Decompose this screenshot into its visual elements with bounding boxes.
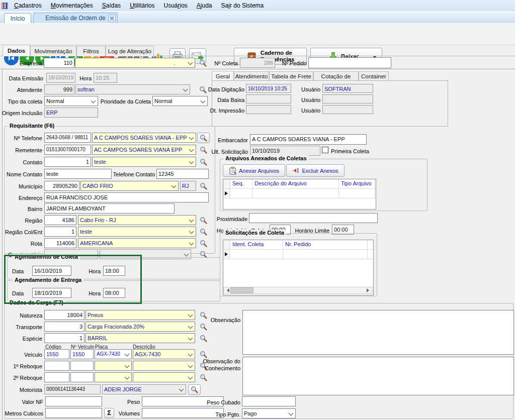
agend-coleta-hora-field[interactable]: 18:00 [103, 266, 125, 276]
agend-coleta-data-field[interactable]: 16/10/2019 [32, 266, 71, 276]
valor-nf-field[interactable] [45, 396, 102, 406]
scrollbar-thumb[interactable] [230, 287, 253, 293]
contato-code-field[interactable]: 1 [44, 157, 91, 167]
reboque2-descricao-combo[interactable] [133, 372, 195, 382]
nome-contato-field[interactable]: teste [44, 169, 112, 179]
natureza-code-field[interactable]: 18004 [44, 310, 84, 320]
municipio-code-field[interactable]: 28905290 [44, 181, 79, 191]
endereco-label: Endereço [0, 193, 42, 202]
endereco-field[interactable]: RUA FRANCISCO JOSE [44, 192, 209, 202]
motorista-search-button[interactable] [188, 384, 201, 395]
scroll-right-icon[interactable] [366, 287, 372, 293]
menu-item-utilitarios[interactable]: Utilitários [125, 0, 159, 11]
telefone-nome-combo[interactable]: A C CAMPOS SOARES VIANA - EPP [92, 133, 196, 143]
empresa-name-combo[interactable]: . [75, 58, 195, 68]
agend-entrega-data-field[interactable]: 18/10/2019 [32, 288, 71, 298]
menu-item-saidas[interactable]: Saídas [98, 0, 125, 11]
municipio-nome-combo[interactable]: CABO FRIO [80, 181, 179, 191]
primeira-coleta-checkbox[interactable] [322, 147, 328, 153]
form-tab-dados[interactable]: Dados [3, 45, 30, 56]
rota-nome-combo[interactable]: AMERICANA [78, 238, 196, 248]
especie-search-icon[interactable] [198, 333, 209, 344]
reboque1-codigo-field[interactable] [44, 361, 69, 371]
metros-cubicos-field[interactable] [45, 408, 102, 418]
horizontal-scrollbar[interactable] [223, 287, 373, 294]
reboque1-placa-combo[interactable] [95, 361, 132, 371]
tipo-coleta-combo[interactable]: Normal [44, 96, 98, 106]
veiculo-placa-combo[interactable]: AGX-7430 [95, 349, 132, 359]
excluir-anexos-button[interactable]: Excluir Anexos [286, 164, 345, 177]
remetente-nome-combo[interactable]: AC CAMPOS SOARES VIANA EPP [92, 145, 196, 155]
telefone-field[interactable]: 2643-0568 / 98811 [44, 133, 91, 143]
geral-tab-cotacao-frete[interactable]: Cotação de Frete [313, 71, 359, 81]
npedido-field[interactable] [308, 57, 391, 68]
prioridade-combo[interactable]: Normal [152, 96, 208, 106]
geral-tab-geral[interactable]: Geral [212, 71, 234, 81]
especie-combo[interactable]: BARRIL [85, 333, 195, 343]
menu-item-movimentacoes[interactable]: Movimentações [46, 0, 98, 11]
regiao-colent-search-icon[interactable] [198, 227, 209, 237]
sum-button[interactable]: Σ [104, 408, 114, 418]
rota-search-icon[interactable] [198, 238, 209, 249]
rota-code-field[interactable]: 114006 [44, 238, 76, 248]
close-tab-icon[interactable] [108, 15, 116, 22]
telefone-search-button[interactable] [197, 133, 210, 143]
regiao-nome-combo[interactable]: Cabo Frio - RJ [78, 215, 196, 225]
anexos-grid-row[interactable] [223, 189, 376, 198]
reboque2-num-field[interactable] [70, 372, 94, 382]
bairro-field[interactable]: JARDIM FLAMBOYANT [44, 203, 175, 214]
regiao-colent-combo[interactable]: teste [78, 227, 196, 237]
menu-item-usuarios[interactable]: Usuários [159, 0, 192, 11]
anexar-arquivos-button[interactable]: Anexar Arquivos [223, 164, 285, 177]
transporte-combo[interactable]: Carga Fracionada 20% [85, 322, 195, 332]
municipio-search-icon[interactable] [198, 181, 209, 191]
contato-search-icon[interactable] [198, 157, 209, 167]
tab-emissao-ordem-coleta[interactable]: Emissão de Ordem de Coleta [33, 13, 118, 23]
agend-entrega-hora-field[interactable]: 08:00 [103, 288, 125, 298]
solicitacoes-grid-row[interactable] [223, 250, 373, 259]
reboque2-placa-combo[interactable] [95, 372, 132, 382]
regiao-search-icon[interactable] [198, 215, 209, 226]
solicitacoes-grid[interactable]: Ident. Coleta Nr. Pedido [223, 240, 374, 295]
telefone-contato-field[interactable]: 12345 [156, 169, 209, 179]
motorista-nome-combo[interactable]: ADEIR JORGE [102, 384, 186, 394]
geral-tab-atendimento[interactable]: Atendimento [234, 71, 269, 81]
geral-tab-tabela-frete[interactable]: Tabela de Frete [269, 71, 313, 81]
veiculo-descricao-combo[interactable]: AGX-7430 [133, 349, 195, 359]
natureza-combo[interactable]: Pneus [85, 310, 195, 320]
contato-nome-combo[interactable]: teste [92, 157, 196, 167]
especie-code-field[interactable]: 1 [44, 333, 84, 343]
veiculo-num-field[interactable]: 1550 [70, 349, 94, 359]
veiculo-codigo-field[interactable]: 1550 [44, 349, 69, 359]
reboque2-search-icon[interactable] [198, 372, 209, 383]
menu-item-ajuda[interactable]: Ajuda [192, 0, 217, 11]
proximidade-field[interactable] [249, 213, 378, 223]
geral-tab-container[interactable]: Container [359, 71, 389, 81]
anexos-grid[interactable]: Seq. Descrição do Arquivo Tipo Arquivo [223, 179, 376, 209]
tipo-pgto-combo[interactable]: Pago [242, 408, 296, 418]
embarcador-field[interactable]: A C CAMPOS SOARES VIANA - EPP [250, 134, 367, 145]
observacao-conhecimento-textarea[interactable] [242, 357, 514, 395]
observacao-label: Observação [205, 316, 240, 325]
remetente-field[interactable]: 01513007000170 [44, 145, 91, 155]
telefone-label: Nº Telefone [0, 134, 42, 143]
form-tab-log-alteracao[interactable]: Log de Alteração [106, 46, 154, 56]
form-tab-movimentacao[interactable]: Movimentação [30, 46, 76, 56]
menu-item-cadastros[interactable]: Cadastros [10, 0, 46, 11]
reboque1-descricao-combo[interactable] [133, 361, 195, 371]
peso-cubado-field[interactable] [242, 396, 296, 406]
atendente-name-combo[interactable]: softran [75, 84, 190, 94]
form-tab-filtros[interactable]: Filtros [76, 46, 106, 56]
menu-item-sair-do-sistema[interactable]: Sair do Sistema [217, 0, 269, 11]
natureza-label: Natureza [0, 311, 42, 320]
scroll-left-icon[interactable] [224, 287, 230, 293]
reboque2-codigo-field[interactable] [44, 372, 69, 382]
observacao-textarea[interactable] [242, 310, 514, 355]
reboque2-label: 2º Reboque [0, 373, 42, 382]
empresa-code-field[interactable]: 110 [44, 58, 74, 68]
reboque1-num-field[interactable] [70, 361, 94, 371]
tab-inicio[interactable]: Início [4, 13, 31, 23]
regiao-code-field[interactable]: 4186 [44, 215, 76, 225]
transporte-code-field[interactable]: 3 [44, 322, 84, 332]
regiao-colent-code-field[interactable]: 1 [44, 227, 76, 237]
